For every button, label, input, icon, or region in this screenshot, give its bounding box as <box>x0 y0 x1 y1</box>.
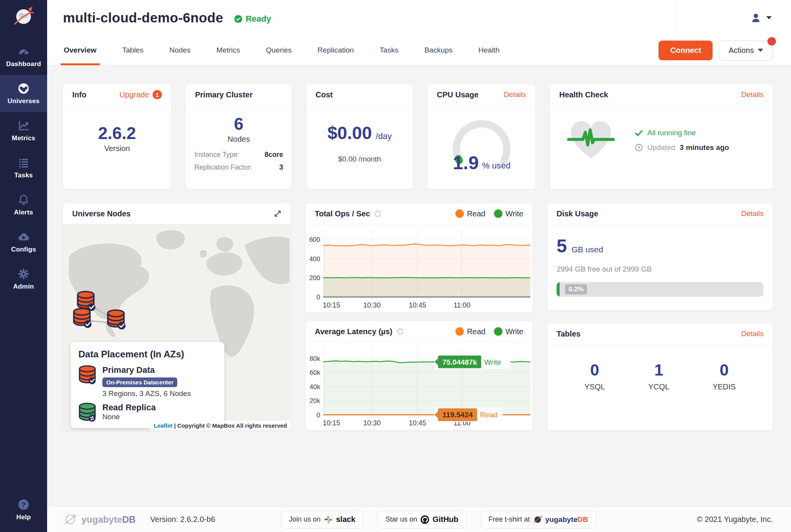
sidebar-item-admin[interactable]: Admin <box>0 260 47 297</box>
info-card: Info Upgrade 1 2.6.2 Version <box>63 84 171 189</box>
provider-badge: On-Premises Datacenter <box>102 377 177 387</box>
connect-button[interactable]: Connect <box>659 41 713 60</box>
yugabyte-logo[interactable] <box>10 4 37 31</box>
header-actions: Connect Actions <box>659 35 773 65</box>
svg-text:20k: 20k <box>310 397 321 405</box>
cpu-gauge: 1.9% used <box>428 105 535 173</box>
health-details-link[interactable]: Details <box>741 90 764 99</box>
refresh-icon[interactable] <box>396 328 404 335</box>
svg-text:Write: Write <box>484 358 501 366</box>
disk-title: Disk Usage <box>557 209 598 218</box>
tab-queries[interactable]: Queries <box>265 35 293 65</box>
tab-bar: OverviewTablesNodesMetricsQueriesReplica… <box>47 35 791 65</box>
disk-details-link[interactable]: Details <box>741 209 764 218</box>
expand-icon[interactable] <box>274 210 282 218</box>
yugabyte-planet-icon <box>533 515 542 524</box>
tables-details-link[interactable]: Details <box>741 330 764 338</box>
yugabyte-outline-logo <box>63 512 78 527</box>
cpu-usage-card: CPU Usage Details 1.9% used <box>428 84 535 189</box>
ops-legend: ReadWrite <box>455 209 523 218</box>
footer-links: Join us on slack Star us on GitHub Fre <box>281 511 596 529</box>
help-icon: ? <box>17 498 30 511</box>
upgrade-link[interactable]: Upgrade 1 <box>119 90 162 99</box>
gauge-icon <box>17 45 30 58</box>
slack-button[interactable]: Join us on slack <box>281 511 363 529</box>
main-content: Info Upgrade 1 2.6.2 Version Primary Clu… <box>47 65 791 507</box>
legend-read: Read <box>455 209 485 218</box>
primary-data-db-icon <box>78 365 96 384</box>
disk-percent-chip: 0.2% <box>565 284 587 294</box>
svg-text:% used: % used <box>482 161 511 170</box>
charts-column: Total Ops / Sec ReadWrite 020040060010:1… <box>306 203 533 430</box>
disk-progress-bar: 0.2% <box>557 282 764 297</box>
sidebar: DashboardUniversesMetricsTasksAlertsConf… <box>0 0 47 532</box>
tab-tasks[interactable]: Tasks <box>379 35 399 65</box>
universe-nodes-title: Universe Nodes <box>72 209 131 218</box>
tab-nodes[interactable]: Nodes <box>168 35 191 65</box>
health-status-text: All running fine <box>647 129 696 137</box>
tab-health[interactable]: Health <box>478 35 501 65</box>
svg-text:11:00: 11:00 <box>453 301 470 309</box>
primary-cluster-card: Primary Cluster 6 Nodes Instance Type:8c… <box>186 84 292 189</box>
user-caret-icon <box>766 16 772 19</box>
world-map[interactable]: Data Placement (In AZs) Primary Data <box>63 224 291 430</box>
svg-text:80k: 80k <box>310 355 321 362</box>
gear-icon <box>17 268 30 280</box>
header-top: multi-cloud-demo-6node Ready <box>47 0 791 35</box>
info-title: Info <box>72 90 87 99</box>
data-placement-panel: Data Placement (In AZs) Primary Data <box>71 342 224 428</box>
svg-text:200: 200 <box>309 274 320 282</box>
actions-notification-dot <box>767 37 776 46</box>
data-placement-title: Data Placement (In AZs) <box>78 349 217 360</box>
github-button[interactable]: Star us on GitHub <box>377 511 467 529</box>
cluster-attribute-row: Instance Type:8core <box>194 151 283 159</box>
health-title: Health Check <box>559 90 608 99</box>
user-menu[interactable] <box>675 0 791 35</box>
sidebar-help-holder: ?Help <box>0 491 47 528</box>
tab-backups[interactable]: Backups <box>424 35 453 65</box>
sidebar-item-metrics[interactable]: Metrics <box>0 112 47 149</box>
refresh-icon[interactable] <box>374 210 382 218</box>
read-replica-desc: None <box>102 413 156 421</box>
user-icon <box>750 12 762 24</box>
header: multi-cloud-demo-6node Ready OverviewTab… <box>47 0 791 65</box>
cloud-icon <box>17 231 30 243</box>
health-updated-value: 3 minutes ago <box>680 143 729 152</box>
cost-day-unit: /day <box>376 131 392 141</box>
sidebar-item-dashboard[interactable]: Dashboard <box>0 38 47 75</box>
actions-button[interactable]: Actions <box>719 40 773 61</box>
table-stat-ycql: 1YCQL <box>648 361 669 391</box>
tab-metrics[interactable]: Metrics <box>216 35 241 65</box>
sidebar-item-tasks[interactable]: Tasks <box>0 149 47 186</box>
tab-tables[interactable]: Tables <box>122 35 144 65</box>
svg-text:10:15: 10:15 <box>323 419 340 427</box>
cost-card: Cost $0.00 /day $0.00 /month <box>306 84 413 189</box>
read-replica-db-icon <box>78 403 96 422</box>
disk-usage-card: Disk Usage Details 5 GB used 2994 GB fre… <box>547 203 773 310</box>
sidebar-item-configs[interactable]: Configs <box>0 223 47 260</box>
svg-text:0: 0 <box>317 411 320 419</box>
footer: yugabyteDB Version: 2.6.2.0-b6 Join us o… <box>47 507 791 532</box>
sidebar-item-help[interactable]: ?Help <box>0 491 47 528</box>
primary-data-desc: 3 Regions, 3 AZS, 6 Nodes <box>102 389 191 398</box>
svg-text:10:30: 10:30 <box>363 419 380 427</box>
svg-text:10:45: 10:45 <box>409 301 426 309</box>
legend-write: Write <box>494 327 523 336</box>
svg-text:10:15: 10:15 <box>323 301 340 309</box>
svg-text:10:45: 10:45 <box>409 419 426 427</box>
tab-overview[interactable]: Overview <box>63 35 97 65</box>
yugabyte-admin-console: DashboardUniversesMetricsTasksAlertsConf… <box>0 0 791 532</box>
svg-text:119.5424: 119.5424 <box>443 411 473 419</box>
cluster-attributes: Instance Type:8coreReplication Factor:3 <box>186 144 292 172</box>
nodes-caption: Nodes <box>186 135 292 144</box>
tab-replication[interactable]: Replication <box>317 35 355 65</box>
version-caption: Version <box>63 144 171 153</box>
heartbeat-icon <box>567 119 615 162</box>
sidebar-item-alerts[interactable]: Alerts <box>0 186 47 223</box>
leaflet-link[interactable]: Leaflet <box>154 422 172 429</box>
tshirt-button[interactable]: Free t-shirt at yugabyteDB <box>480 511 596 529</box>
cpu-details-link[interactable]: Details <box>504 90 526 99</box>
check-icon <box>635 129 643 137</box>
sidebar-item-universes[interactable]: Universes <box>0 75 47 112</box>
avg-latency-title: Average Latency (µs) <box>315 327 392 336</box>
